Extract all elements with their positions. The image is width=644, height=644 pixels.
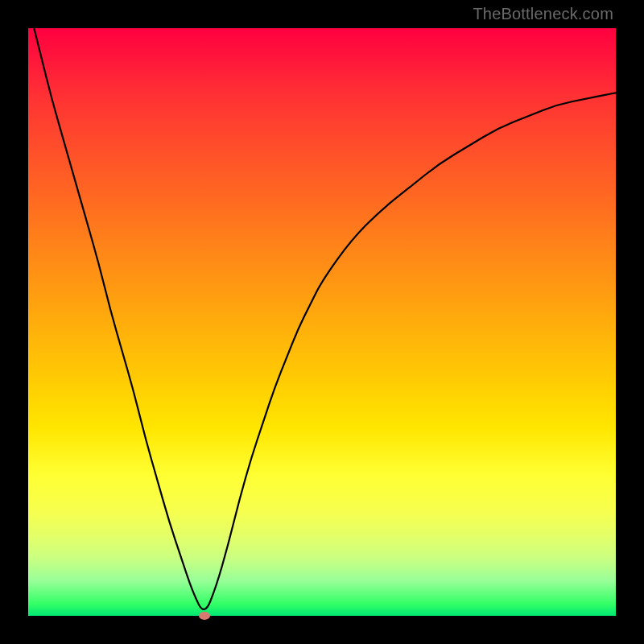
watermark-text: TheBottleneck.com	[473, 5, 613, 23]
optimal-point-marker	[199, 612, 210, 620]
plot-area	[28, 28, 616, 616]
bottleneck-curve	[28, 28, 616, 616]
curve-path	[28, 28, 616, 609]
chart-frame: TheBottleneck.com	[0, 0, 644, 644]
